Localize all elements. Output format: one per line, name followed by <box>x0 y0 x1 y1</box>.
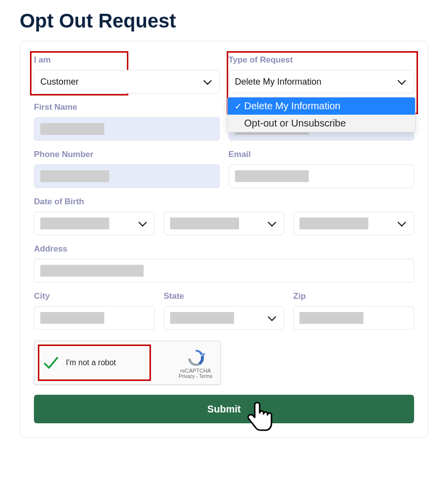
page-title: Opt Out Request <box>20 10 428 32</box>
option-label: Opt-out or Unsubscribe <box>244 118 346 129</box>
state-select[interactable] <box>164 306 285 330</box>
label-phone: Phone Number <box>34 150 220 159</box>
city-group: City <box>34 291 155 330</box>
checkmark-icon <box>42 354 59 371</box>
request-type-option-optout[interactable]: Opt-out or Unsubscribe <box>228 115 416 132</box>
dob-month-select[interactable] <box>34 212 155 235</box>
label-city: City <box>34 291 155 301</box>
redacted-value <box>40 312 104 324</box>
dob-day-select[interactable] <box>164 212 285 235</box>
zip-group: Zip <box>293 291 414 330</box>
zip-input[interactable] <box>293 306 414 330</box>
chevron-down-icon <box>268 219 276 227</box>
request-type-value: Delete My Information <box>235 77 399 87</box>
redacted-value <box>299 218 368 229</box>
phone-group: Phone Number <box>34 150 220 188</box>
email-input[interactable] <box>229 164 415 188</box>
captcha-label: I'm not a robot <box>66 358 179 367</box>
request-type-dropdown: ✓ Delete My Information Opt-out or Unsub… <box>227 97 416 132</box>
form-card: I am Customer Type of Request Delete My … <box>20 41 428 438</box>
first-name-input[interactable] <box>34 117 220 141</box>
chevron-down-icon <box>398 77 406 85</box>
request-type-group: Type of Request Delete My Information ✓ … <box>229 55 415 94</box>
redacted-value <box>40 123 104 135</box>
state-group: State <box>164 291 285 330</box>
label-email: Email <box>229 150 415 159</box>
recaptcha-brand: reCAPTCHA Privacy - Terms <box>179 347 212 379</box>
request-type-option-delete[interactable]: ✓ Delete My Information <box>228 97 416 115</box>
request-type-select[interactable]: Delete My Information ✓ Delete My Inform… <box>229 70 415 94</box>
chevron-down-icon <box>398 219 406 227</box>
pointer-cursor-icon <box>247 399 274 434</box>
chevron-down-icon <box>138 219 147 227</box>
redacted-value <box>170 218 239 229</box>
check-icon: ✓ <box>235 101 243 112</box>
iam-group: I am Customer <box>34 55 220 94</box>
recaptcha-icon <box>185 347 207 369</box>
address-input[interactable] <box>34 259 414 283</box>
first-name-group: First Name <box>34 102 220 141</box>
iam-value: Customer <box>40 77 205 87</box>
label-first-name: First Name <box>34 102 220 112</box>
redacted-value <box>235 170 309 182</box>
chevron-down-icon <box>268 313 276 321</box>
iam-select[interactable]: Customer <box>34 70 220 94</box>
label-iam: I am <box>34 55 220 65</box>
submit-button[interactable]: Submit <box>34 395 414 423</box>
label-address: Address <box>34 244 414 254</box>
redacted-value <box>40 218 109 229</box>
redacted-value <box>40 265 144 277</box>
chevron-down-icon <box>203 77 211 85</box>
redacted-value <box>40 170 109 182</box>
label-dob: Date of Birth <box>34 197 414 207</box>
dob-group: Date of Birth <box>34 197 414 235</box>
submit-label: Submit <box>208 404 241 415</box>
phone-input[interactable] <box>34 164 220 188</box>
redacted-value <box>299 312 363 324</box>
svg-marker-0 <box>203 353 205 356</box>
label-zip: Zip <box>293 291 414 301</box>
redacted-value <box>170 312 234 324</box>
recaptcha-privacy-terms[interactable]: Privacy - Terms <box>179 374 212 379</box>
address-group: Address <box>34 244 414 283</box>
option-label: Delete My Information <box>244 100 341 112</box>
city-input[interactable] <box>34 306 155 330</box>
recaptcha-widget[interactable]: I'm not a robot reCAPTCHA Privacy - Term… <box>34 341 221 385</box>
label-state: State <box>164 291 285 301</box>
dob-year-select[interactable] <box>293 212 414 235</box>
email-group: Email <box>229 150 415 188</box>
label-request-type: Type of Request <box>229 55 415 65</box>
recaptcha-brand-text: reCAPTCHA <box>180 368 210 374</box>
captcha-container: I'm not a robot reCAPTCHA Privacy - Term… <box>34 341 221 385</box>
